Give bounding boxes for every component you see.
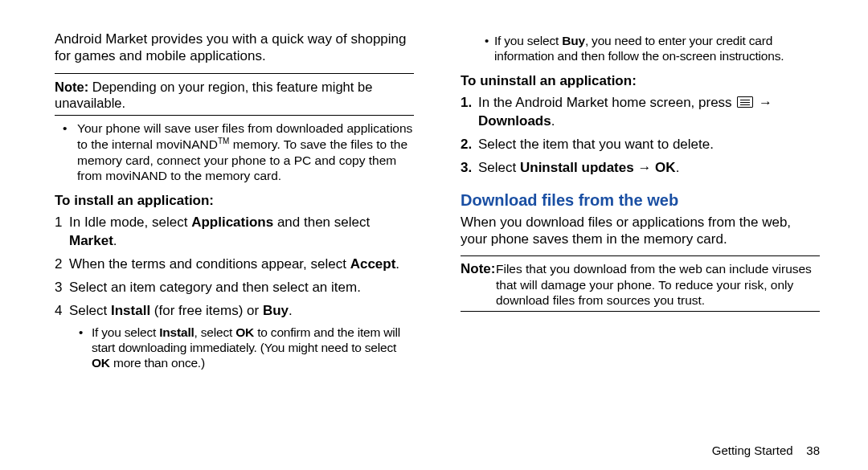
left-column: Android Market provides you with a quick… [55,31,414,374]
text: Select [69,303,111,318]
right-column: If you select Buy, you need to enter you… [461,31,820,374]
text: . [289,303,293,318]
section-heading: Download files from the web [461,190,820,210]
bold: Install [111,303,150,318]
note-label: Note: [55,80,88,94]
text: Select the item that you want to delete. [478,137,714,152]
text: In the Android Market home screen, press [478,95,735,110]
bold: Install [159,325,194,339]
text: . [395,256,399,272]
intro-paragraph: Android Market provides you with a quick… [55,31,414,65]
bold: Buy [562,34,585,47]
text: If you select [494,34,562,47]
bold: Uninstall updates → OK [520,160,676,175]
bold: Accept [350,256,396,272]
text: In Idle mode, select [69,215,191,230]
text: If you select [92,325,159,339]
footer-section: Getting Started [712,443,793,457]
ustep-2: 2. Select the item that you want to dele… [461,136,820,154]
text: . [676,160,680,175]
footer-page-number: 38 [806,443,820,457]
install-subtitle: To install an application: [55,192,414,209]
divider [55,73,414,74]
tm: TM [218,137,229,145]
bold: Buy [263,303,289,318]
text: Select an item category and then select … [69,280,361,295]
menu-icon [737,96,753,108]
ustep-1: 1. In the Android Market home screen, pr… [461,94,820,131]
install-sub-bullet: If you select Install, select OK to conf… [55,325,414,371]
note-body: Files that you download from the web can… [461,261,820,308]
bold: Applications [191,215,273,230]
bold: Market [69,233,113,248]
step-3: 3 Select an item category and then selec… [55,279,414,297]
step-4: 4 Select Install (for free items) or Buy… [55,302,414,321]
note-label: Note: [461,261,495,277]
page-columns: Android Market provides you with a quick… [55,31,821,374]
text: . [113,233,117,248]
text: , select [194,325,236,339]
text: . [551,113,555,129]
note-line: Note: Depending on your region, this fea… [55,79,414,112]
text: more than once.) [110,356,205,370]
bold: Downloads [478,113,551,129]
text: and then select [273,215,370,230]
divider [461,311,820,312]
uninstall-steps: 1. In the Android Market home screen, pr… [461,94,820,178]
text: Select [478,160,520,175]
ustep-3: 3. Select Uninstall updates → OK. [461,159,820,178]
arrow: → [755,95,772,110]
install-steps: 1 In Idle mode, select Applications and … [55,214,414,321]
page-footer: Getting Started 38 [712,443,820,457]
uninstall-subtitle: To uninstall an application: [461,72,820,89]
note-block: Note: Files that you download from the w… [461,261,820,308]
step-2: 2 When the terms and conditions appear, … [55,255,414,274]
step-1: 1 In Idle mode, select Applications and … [55,214,414,251]
movinand-note: Your phone will save user files from dow… [55,121,414,184]
divider [461,255,820,256]
text: When the terms and conditions appear, se… [69,256,350,272]
bold: OK [92,356,110,370]
buy-sub-bullet: If you select Buy, you need to enter you… [461,34,820,64]
divider [55,115,414,116]
bold: OK [235,325,254,339]
note-text: Depending on your region, this feature m… [55,80,372,111]
download-paragraph: When you download files or applications … [461,214,820,248]
text: (for free items) or [150,303,263,318]
